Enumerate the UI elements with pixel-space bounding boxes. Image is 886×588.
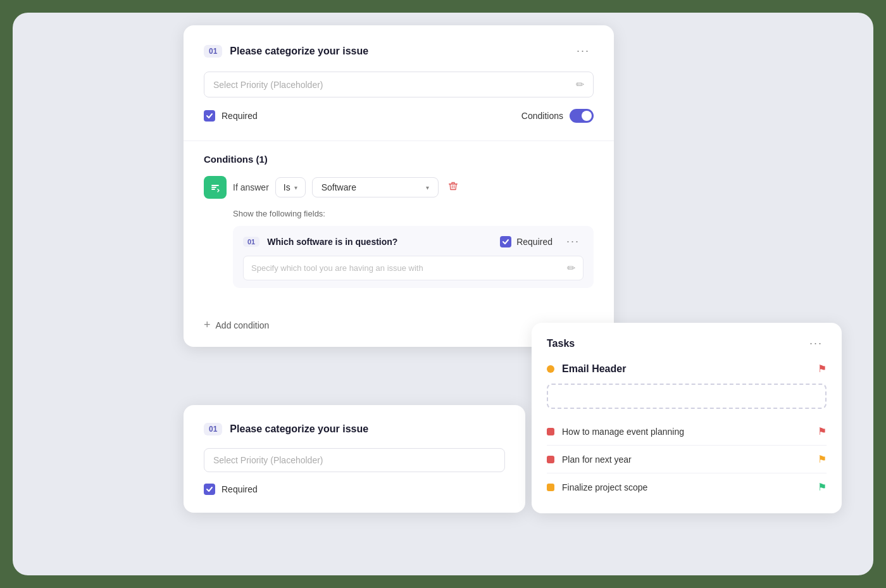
sub-field-header: 01 Which software is in question? Requir… [243, 234, 583, 249]
select-placeholder-text: Select Priority (Placeholder) [213, 80, 323, 90]
required-label: Required [222, 111, 258, 121]
conditions-heading: Conditions (1) [204, 154, 594, 165]
email-header-flag-icon: ⚑ [818, 363, 827, 375]
tasks-title: Tasks [547, 338, 575, 349]
main-container: 01 Please categorize your issue ··· Sele… [0, 0, 886, 588]
condition-icon [204, 176, 227, 199]
divider [184, 141, 614, 141]
secondary-card: 01 Please categorize your issue Select P… [184, 405, 525, 513]
edit-icon[interactable]: ✏ [576, 78, 584, 91]
required-row: Required [204, 110, 258, 122]
task-item-2[interactable]: Plan for next year ⚑ [547, 446, 827, 473]
condition-row: If answer Is ▾ Software ▾ [204, 176, 594, 199]
if-answer-label: If answer [233, 182, 269, 192]
task-3-label: Finalize project scope [562, 482, 810, 492]
secondary-required-checkbox[interactable] [204, 484, 215, 495]
required-checkbox[interactable] [204, 110, 215, 122]
step-badge: 01 [204, 45, 222, 58]
conditions-row: Conditions [521, 109, 594, 123]
sub-field: 01 Which software is in question? Requir… [233, 226, 594, 288]
sub-required-row: Required [500, 236, 552, 247]
card-header-left: 01 Please categorize your issue [204, 45, 368, 58]
show-fields-text: Show the following fields: [204, 209, 594, 218]
plus-icon: + [204, 318, 211, 332]
secondary-select-placeholder: Select Priority (Placeholder) [213, 455, 323, 465]
email-header-text: Email Header [562, 363, 810, 375]
condition-value: Software [321, 182, 356, 192]
sub-required-label: Required [516, 237, 552, 247]
field-controls: Required Conditions [204, 109, 594, 123]
conditions-label: Conditions [521, 111, 563, 121]
secondary-required-row: Required [204, 484, 505, 495]
secondary-step-badge: 01 [204, 423, 222, 435]
sub-field-title: Which software is in question? [267, 237, 492, 247]
secondary-card-header-left: 01 Please categorize your issue [204, 423, 368, 435]
conditions-toggle[interactable] [570, 109, 594, 123]
operator-value: Is [284, 182, 290, 192]
tasks-card: Tasks ··· Email Header ⚑ How to manage e… [532, 323, 842, 513]
sub-required-checkbox[interactable] [500, 236, 511, 247]
task-3-flag: ⚑ [818, 481, 827, 493]
email-header-dot [547, 365, 554, 373]
secondary-card-title: Please categorize your issue [230, 423, 368, 435]
task-1-flag: ⚑ [818, 425, 827, 437]
add-condition-label: Add condition [216, 320, 270, 330]
conditions-section: Conditions (1) If answer Is ▾ Software ▾ [184, 154, 614, 308]
card-top-section: 01 Please categorize your issue ··· Sele… [184, 25, 614, 141]
operator-dropdown[interactable]: Is ▾ [275, 177, 306, 197]
task-1-label: How to manage event planning [562, 427, 810, 437]
select-priority-field[interactable]: Select Priority (Placeholder) ✏ [204, 72, 594, 97]
operator-arrow: ▾ [294, 184, 297, 191]
secondary-select-field[interactable]: Select Priority (Placeholder) [204, 448, 505, 472]
primary-card: 01 Please categorize your issue ··· Sele… [184, 25, 614, 347]
task-item-1[interactable]: How to manage event planning ⚑ [547, 418, 827, 446]
value-arrow: ▾ [426, 184, 429, 191]
sub-step-badge: 01 [243, 237, 259, 247]
sub-field-placeholder: Specify which tool you are having an iss… [251, 263, 423, 273]
sub-more-options-button[interactable]: ··· [563, 234, 583, 249]
sub-edit-icon[interactable]: ✏ [567, 262, 575, 274]
task-2-label: Plan for next year [562, 454, 810, 465]
secondary-required-label: Required [222, 484, 258, 494]
email-header-row: Email Header ⚑ [547, 363, 827, 375]
tasks-header: Tasks ··· [547, 335, 827, 351]
secondary-card-header: 01 Please categorize your issue [204, 423, 505, 435]
card-title: Please categorize your issue [230, 46, 368, 57]
value-dropdown[interactable]: Software ▾ [312, 177, 439, 197]
task-3-dot [547, 484, 554, 491]
tasks-more-button[interactable]: ··· [806, 335, 827, 351]
task-1-dot [547, 428, 554, 435]
sub-field-input: Specify which tool you are having an iss… [243, 256, 583, 280]
dashed-placeholder [547, 384, 827, 409]
task-item-3[interactable]: Finalize project scope ⚑ [547, 473, 827, 501]
delete-condition-button[interactable] [445, 178, 461, 197]
card-header: 01 Please categorize your issue ··· [204, 43, 594, 59]
more-options-button[interactable]: ··· [573, 43, 594, 59]
task-2-flag: ⚑ [818, 453, 827, 465]
task-2-dot [547, 456, 554, 463]
